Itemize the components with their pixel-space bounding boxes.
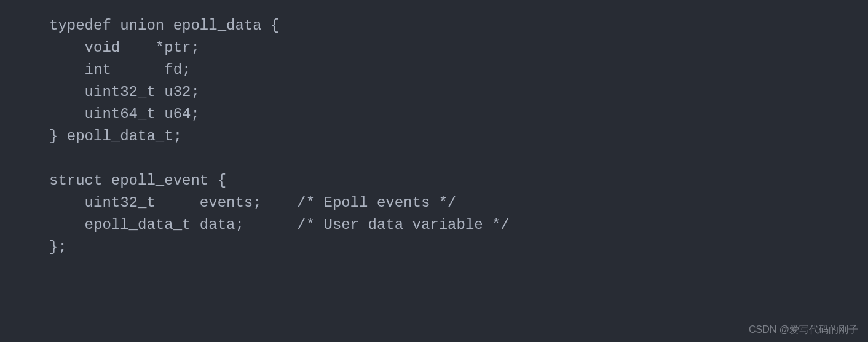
code-line: void *ptr; [49, 39, 200, 56]
code-line: typedef union epoll_data { [49, 17, 279, 34]
code-line: uint32_t events; /* Epoll events */ [49, 194, 457, 211]
code-line: uint64_t u64; [49, 106, 200, 122]
code-line: }; [49, 239, 67, 255]
code-block: typedef union epoll_data { void *ptr; in… [0, 0, 868, 258]
code-line: struct epoll_event { [49, 172, 226, 189]
code-line: uint32_t u32; [49, 84, 200, 100]
code-line: int fd; [49, 62, 191, 78]
code-line: } epoll_data_t; [49, 128, 182, 145]
watermark-text: CSDN @爱写代码的刚子 [749, 322, 858, 337]
code-line: epoll_data_t data; /* User data variable… [49, 217, 510, 233]
